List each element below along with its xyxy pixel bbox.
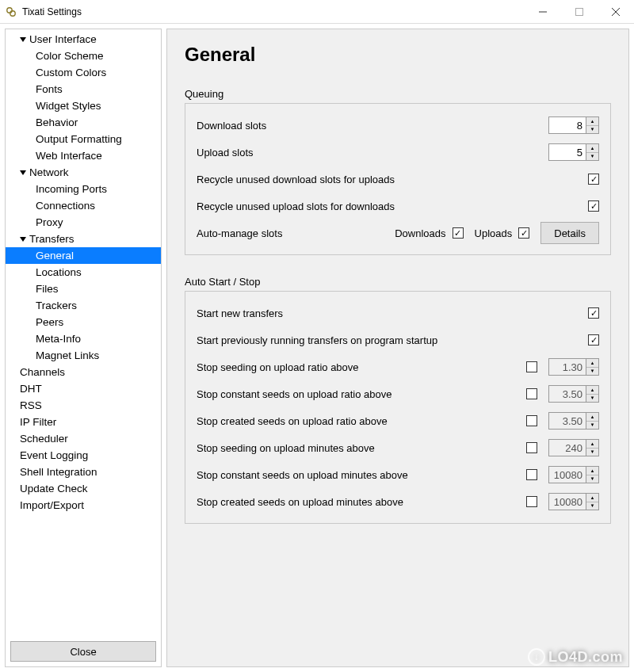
stop-row-input[interactable]: [548, 412, 586, 430]
download-slots-spinner[interactable]: ▲▼: [548, 116, 599, 134]
tree-item[interactable]: Import/Export: [6, 497, 161, 514]
spinner-buttons[interactable]: ▲▼: [586, 143, 599, 161]
stop-row-checkbox[interactable]: [526, 415, 537, 426]
spinner-buttons[interactable]: ▲▼: [586, 358, 599, 376]
stop-row-spinner[interactable]: ▲▼: [548, 493, 599, 510]
stop-row-checkbox[interactable]: [526, 442, 537, 453]
start-prev-checkbox[interactable]: [588, 334, 599, 346]
tree-item[interactable]: Incoming Ports: [6, 181, 161, 197]
tree-item-label: DHT: [20, 383, 42, 395]
tree-item[interactable]: Proxy: [6, 214, 161, 231]
tree-item[interactable]: Web Interface: [6, 147, 161, 164]
queuing-group: Download slots ▲▼ Upload slots ▲▼ Recycl…: [185, 103, 611, 255]
tree-item[interactable]: Meta-Info: [6, 330, 161, 347]
downloads-label: Downloads: [395, 227, 445, 239]
stop-row-checkbox[interactable]: [526, 361, 537, 372]
maximize-button[interactable]: [561, 0, 598, 24]
stop-row-label: Stop seeding on upload ratio above: [197, 361, 523, 373]
close-button[interactable]: Close: [10, 641, 156, 662]
tree-item[interactable]: Fonts: [6, 81, 161, 97]
queuing-section-label: Queuing: [185, 88, 611, 100]
tree-item[interactable]: Files: [6, 281, 161, 297]
upload-slots-spinner[interactable]: ▲▼: [548, 143, 599, 161]
tree-item-label: Files: [36, 283, 59, 295]
stop-row-input[interactable]: [548, 385, 586, 403]
start-new-checkbox[interactable]: [588, 307, 599, 319]
upload-slots-label: Upload slots: [197, 147, 548, 158]
page-title: General: [185, 44, 611, 66]
stop-row-spinner[interactable]: ▲▼: [548, 412, 599, 430]
app-icon: [5, 6, 17, 18]
tree-item[interactable]: User Interface: [6, 31, 161, 48]
tree-item[interactable]: Shell Integration: [6, 464, 161, 480]
spinner-buttons[interactable]: ▲▼: [586, 385, 599, 403]
start-prev-label: Start previously running transfers on pr…: [197, 334, 585, 346]
stop-row-checkbox[interactable]: [526, 496, 537, 507]
tree-item[interactable]: Event Logging: [6, 447, 161, 464]
tree-item-label: Locations: [36, 266, 82, 278]
chevron-down-icon: [20, 170, 26, 175]
stop-row-label: Stop created seeds on upload minutes abo…: [197, 496, 523, 508]
tree-item-label: User Interface: [29, 33, 97, 45]
tree-item[interactable]: Transfers: [6, 231, 161, 247]
minimize-button[interactable]: [525, 0, 561, 24]
recycle-dl-checkbox[interactable]: [588, 174, 599, 185]
stop-row-input[interactable]: [548, 493, 586, 510]
svg-rect-3: [576, 8, 583, 15]
tree-item[interactable]: Channels: [6, 364, 161, 380]
stop-row-spinner[interactable]: ▲▼: [548, 385, 599, 403]
tree-item[interactable]: Custom Colors: [6, 64, 161, 81]
close-window-button[interactable]: [598, 0, 634, 24]
tree-item[interactable]: IP Filter: [6, 414, 161, 430]
stop-row-spinner[interactable]: ▲▼: [548, 466, 599, 483]
spinner-buttons[interactable]: ▲▼: [586, 493, 599, 510]
tree-item-label: Channels: [20, 366, 65, 378]
tree-item[interactable]: Peers: [6, 314, 161, 330]
tree-item-label: Widget Styles: [36, 100, 101, 112]
settings-tree[interactable]: User InterfaceColor SchemeCustom ColorsF…: [6, 29, 161, 636]
tree-item[interactable]: Trackers: [6, 297, 161, 314]
chevron-down-icon: [20, 237, 26, 242]
stop-row: Stop created seeds on upload minutes abo…: [197, 488, 599, 515]
spinner-buttons[interactable]: ▲▼: [586, 466, 599, 483]
tree-item-label: Custom Colors: [36, 67, 106, 78]
tree-item-label: Network: [29, 166, 69, 178]
automanage-uploads-checkbox[interactable]: [518, 227, 529, 239]
tree-item[interactable]: Connections: [6, 197, 161, 214]
tree-item[interactable]: Locations: [6, 264, 161, 281]
stop-row-checkbox[interactable]: [526, 388, 537, 399]
spinner-buttons[interactable]: ▲▼: [586, 116, 599, 134]
tree-item[interactable]: Color Scheme: [6, 48, 161, 64]
tree-item[interactable]: RSS: [6, 397, 161, 414]
spinner-buttons[interactable]: ▲▼: [586, 412, 599, 430]
stop-row-checkbox[interactable]: [526, 469, 537, 480]
download-slots-input[interactable]: [548, 116, 586, 134]
stop-row: Stop created seeds on upload ratio above…: [197, 407, 599, 434]
tree-item[interactable]: Scheduler: [6, 430, 161, 447]
tree-item[interactable]: General: [6, 247, 161, 264]
tree-item[interactable]: DHT: [6, 380, 161, 397]
tree-item[interactable]: Widget Styles: [6, 97, 161, 114]
upload-slots-input[interactable]: [548, 143, 586, 161]
details-button[interactable]: Details: [540, 222, 599, 244]
automanage-downloads-checkbox[interactable]: [453, 227, 464, 239]
stop-row-input[interactable]: [548, 466, 586, 483]
autostart-group: Start new transfers Start previously run…: [185, 291, 611, 524]
stop-row-input[interactable]: [548, 358, 586, 376]
spinner-buttons[interactable]: ▲▼: [586, 439, 599, 456]
stop-row-label: Stop seeding on upload minutes above: [197, 442, 523, 454]
tree-item-label: Peers: [36, 316, 63, 328]
tree-item-label: Incoming Ports: [36, 183, 107, 195]
recycle-ul-checkbox[interactable]: [588, 200, 599, 212]
tree-item[interactable]: Network: [6, 164, 161, 181]
stop-row-spinner[interactable]: ▲▼: [548, 358, 599, 376]
stop-row-input[interactable]: [548, 439, 586, 456]
stop-row-spinner[interactable]: ▲▼: [548, 439, 599, 456]
tree-item[interactable]: Update Check: [6, 480, 161, 497]
tree-item[interactable]: Behavior: [6, 114, 161, 131]
window-controls: [525, 0, 634, 24]
tree-item-label: IP Filter: [20, 416, 56, 428]
tree-item[interactable]: Magnet Links: [6, 347, 161, 364]
tree-item[interactable]: Output Formatting: [6, 131, 161, 147]
svg-point-1: [10, 10, 15, 15]
